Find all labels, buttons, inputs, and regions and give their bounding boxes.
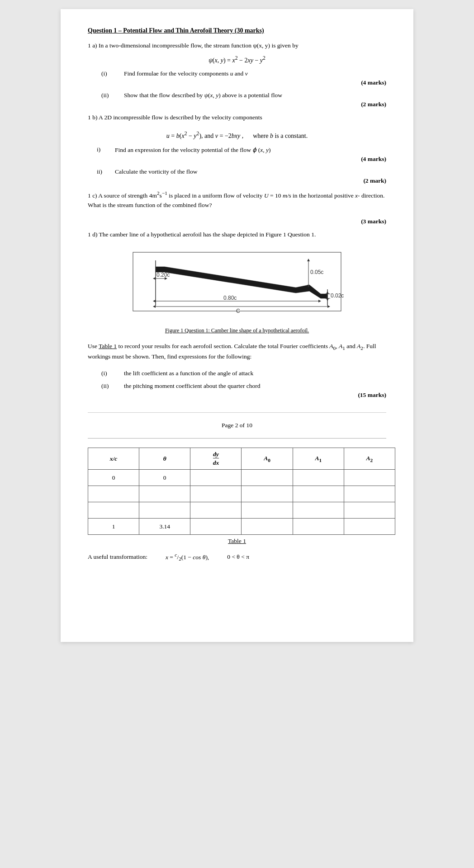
cell-a2-1 [344,470,395,486]
col-a0: A0 [242,448,293,470]
section-1d-body: Use Table 1 to record your results for e… [88,341,386,362]
transformation-label: A useful transformation: [88,553,147,561]
svg-marker-1 [156,267,327,298]
table-1: x/c θ dydx A0 A1 A2 0 0 [88,448,395,535]
part-i-label: (i) [88,70,124,77]
table-row [88,486,395,502]
part-d-marks: (15 marks) [88,392,386,399]
table-header-row: x/c θ dydx A0 A1 A2 [88,448,395,470]
part-ii-text: Show that the flow described by ψ(x, y) … [124,92,386,99]
cell-a1-3 [293,502,344,519]
part-i-marks: (4 marks) [88,79,386,86]
cell-a0-2 [242,486,293,502]
svg-marker-16 [153,305,156,308]
cell-dydx-3 [190,502,242,519]
col-a2: A2 [344,448,395,470]
cell-a0-4 [242,519,293,535]
cell-theta-3 [139,502,190,519]
svg-text:0.05c: 0.05c [310,269,323,275]
aerofoil-figure: 0.20c 0.05c 0.80c C 0.02c [119,248,355,334]
part-dii-label: (ii) [88,382,124,390]
cell-xc-3 [88,502,139,519]
part-bii-label: ii) [88,168,115,175]
cell-dydx-1 [190,470,242,486]
section-1c-text: 1 c) A source of strength 4m2s−1 is plac… [88,189,386,210]
section-1a-intro: 1 a) In a two-dimensional incompressible… [88,41,386,51]
svg-marker-17 [327,305,330,308]
col-theta: θ [139,448,190,470]
separator [88,438,386,439]
cell-xc-1: 0 [88,470,139,486]
cell-a1-2 [293,486,344,502]
cell-xc-4: 1 [88,519,139,535]
table-row: 1 3.14 [88,519,395,535]
part-dii-text: the pitching moment coefficient about th… [124,382,386,390]
col-dydx: dydx [190,448,242,470]
page-number: Page 2 of 10 [88,412,386,429]
svg-text:0.80c: 0.80c [223,295,237,301]
part-dii-item: (ii) the pitching moment coefficient abo… [88,382,386,390]
part-bi-marks: (4 marks) [88,156,386,163]
cell-dydx-2 [190,486,242,502]
part-bi-label: i) [88,146,115,154]
part-bii-text: Calculate the vorticity of the flow [115,168,386,175]
col-xc: x/c [88,448,139,470]
section-1b-intro: 1 b) A 2D incompressible flow is describ… [88,113,386,123]
part-di-text: the lift coefficient as a function of th… [124,370,386,377]
transformation-range: 0 < θ < π [227,553,249,561]
svg-text:C: C [236,308,240,314]
part-bi-text: Find an expression for the velocity pote… [115,146,386,154]
part-ii-label: (ii) [88,92,124,99]
bottom-transformation: A useful transformation: x = c/2(1 − cos… [88,552,386,561]
part-di-item: (i) the lift coefficient as a function o… [88,370,386,377]
part-i-item: (i) Find formulae for the velocity compo… [88,70,386,77]
part-ii-marks: (2 marks) [88,101,386,108]
col-a1: A1 [293,448,344,470]
part-i-text: Find formulae for the velocity component… [124,70,386,77]
psi-equation: ψ(x, y) = x2 − 2xy − y2 [88,55,386,64]
part-ii-item: (ii) Show that the flow described by ψ(x… [88,92,386,99]
table-row: 0 0 [88,470,395,486]
part-bii-item: ii) Calculate the vorticity of the flow [88,168,386,175]
cell-a1-1 [293,470,344,486]
svg-text:0.02c: 0.02c [331,292,344,299]
part-bi-item: i) Find an expression for the velocity p… [88,146,386,154]
part-bii-marks: (2 mark) [88,177,386,184]
section-1c-marks: (3 marks) [88,218,386,225]
table-row [88,502,395,519]
table-caption: Table 1 [88,538,386,545]
svg-text:0.20c: 0.20c [156,272,170,278]
question-title: Question 1 – Potential Flow and Thin Aer… [88,27,386,34]
aerofoil-svg: 0.20c 0.05c 0.80c C 0.02c [119,248,355,325]
svg-marker-12 [153,300,156,302]
cell-a0-1 [242,470,293,486]
cell-theta-2 [139,486,190,502]
svg-marker-13 [318,300,321,302]
cell-a2-2 [344,486,395,502]
cell-a2-3 [344,502,395,519]
transformation-equation: x = c/2(1 − cos θ), [166,552,209,561]
cell-a0-3 [242,502,293,519]
page: Question 1 – Potential Flow and Thin Aer… [61,9,413,642]
velocity-equation: u = b(x2 − y2), and v = −2bxy , where b … [88,131,386,140]
cell-a2-4 [344,519,395,535]
figure-caption: Figure 1 Question 1: Camber line shape o… [119,327,355,334]
cell-theta-4: 3.14 [139,519,190,535]
part-di-label: (i) [88,370,124,377]
cell-xc-2 [88,486,139,502]
cell-theta-1: 0 [139,470,190,486]
cell-dydx-4 [190,519,242,535]
svg-marker-8 [307,259,310,261]
svg-marker-4 [153,277,156,280]
cell-a1-4 [293,519,344,535]
section-1d-text: 1 d) The camber line of a hypothetical a… [88,230,386,240]
